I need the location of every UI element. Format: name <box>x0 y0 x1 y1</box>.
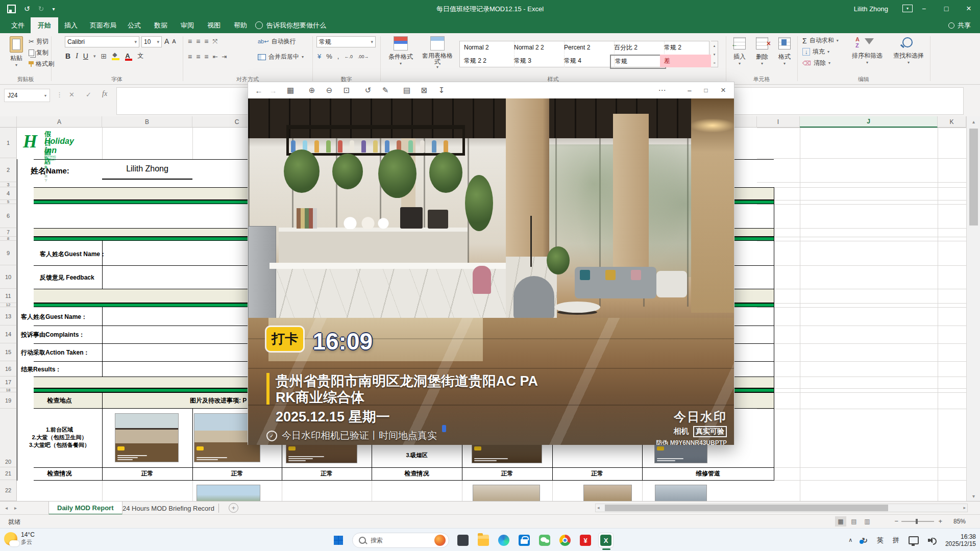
tab-file[interactable]: 文件 <box>4 17 32 33</box>
scroll-down-icon[interactable]: ▾ <box>967 492 980 500</box>
row-header-22[interactable]: 22 <box>0 480 17 501</box>
style-bad[interactable]: 差 <box>660 55 714 67</box>
col-header-K[interactable]: K <box>938 116 966 128</box>
name-box-splitter[interactable]: ⋮ <box>56 91 63 98</box>
taskbar-file-explorer[interactable] <box>476 533 491 548</box>
zoom-slider-thumb[interactable] <box>916 519 918 524</box>
taskbar-finance-app[interactable]: ¥ <box>578 533 593 548</box>
conditional-format-button[interactable]: 条件格式 ▾ <box>384 36 418 66</box>
gallery-more-icon[interactable]: ≡ <box>711 59 718 67</box>
row-header-15[interactable]: 15 <box>0 343 17 361</box>
format-as-table-button[interactable]: 套用表格格式 ▾ <box>420 36 455 69</box>
underline-button[interactable]: U <box>83 52 88 60</box>
style-normal-selected[interactable]: 常规 <box>610 55 666 69</box>
style-normal-22[interactable]: 常规 2 2 <box>460 55 514 67</box>
tray-lang-pinyin[interactable]: 拼 <box>893 536 899 545</box>
taskbar-wechat[interactable] <box>537 533 552 548</box>
check-status-cell-2[interactable]: 检查情况 <box>372 467 462 480</box>
photo-thumbnail-sliver-2[interactable] <box>472 445 542 463</box>
align-bottom-icon[interactable]: ≡ <box>204 37 208 45</box>
style-normal-4[interactable]: 常规 4 <box>560 55 615 67</box>
status-cell-normal-3[interactable]: 正常 <box>282 467 372 480</box>
vertical-scroll-thumb[interactable] <box>969 129 978 226</box>
tab-review[interactable]: 审阅 <box>174 17 201 33</box>
tab-page-layout[interactable]: 页面布局 <box>83 17 124 33</box>
viewer-minimize-icon[interactable]: − <box>683 82 696 98</box>
style-normal-2[interactable]: 常规 2 <box>660 41 714 54</box>
viewer-save-icon[interactable]: ↧ <box>435 82 448 98</box>
phonetic-button[interactable]: 文 <box>137 52 143 60</box>
decrease-indent-icon[interactable]: ⇤ <box>213 53 218 60</box>
zoom-slider-track[interactable] <box>901 521 934 522</box>
tab-home[interactable]: 开始 <box>31 17 58 33</box>
col-header-I[interactable]: I <box>757 116 800 128</box>
clear-button[interactable]: ⌫ 清除 ▾ <box>802 59 830 67</box>
row-header-1[interactable]: 1 <box>0 128 17 158</box>
align-middle-icon[interactable]: ≡ <box>196 37 200 45</box>
decrease-decimal-icon[interactable]: .00→ <box>358 54 369 59</box>
number-format-select[interactable]: 常规 ▾ <box>316 36 376 47</box>
view-normal-icon[interactable]: ▦ <box>835 516 846 527</box>
tray-network-icon[interactable] <box>909 536 919 544</box>
viewer-zoom-in-icon[interactable]: ⊕ <box>305 82 318 98</box>
format-painter-button[interactable]: 格式刷 <box>29 60 54 68</box>
row-header-2[interactable]: 2 <box>0 158 17 182</box>
copy-button[interactable]: 复制 <box>29 48 48 57</box>
increase-decimal-icon[interactable]: ←.0 <box>344 54 353 59</box>
sheet-tab-24h-briefing[interactable]: 24 Hours MOD Briefing Record <box>114 502 223 515</box>
font-grow-shrink[interactable]: A A <box>164 37 176 45</box>
row-header-17[interactable]: 17 <box>0 377 17 388</box>
insert-cells-button[interactable]: ← 插入 ▾ <box>729 37 750 66</box>
row-header-19[interactable]: 19 <box>0 392 17 409</box>
viewer-close-icon[interactable]: × <box>717 82 730 98</box>
grow-font-icon[interactable]: A <box>164 37 169 45</box>
row-header-10[interactable]: 10 <box>0 265 17 289</box>
viewer-zoom-out-icon[interactable]: ⊖ <box>323 82 336 98</box>
taskbar-edge[interactable] <box>496 533 511 548</box>
share-button[interactable]: 共享 <box>948 17 971 33</box>
row-header-9[interactable]: 9 <box>0 241 17 265</box>
tray-volume-icon[interactable] <box>928 537 936 544</box>
shrink-font-icon[interactable]: A <box>172 38 176 44</box>
style-percent2[interactable]: Percent 2 <box>560 41 615 54</box>
photo-thumbnail-sliver-3[interactable] <box>654 445 707 463</box>
select-all-corner[interactable] <box>0 116 17 128</box>
view-page-break-icon[interactable]: ▥ <box>862 516 873 527</box>
accounting-format-icon[interactable]: ¥ <box>317 53 321 60</box>
viewer-rotate-icon[interactable]: ↺ <box>361 82 375 98</box>
tray-lang-en[interactable]: 英 <box>877 536 884 545</box>
tab-help[interactable]: 帮助 <box>227 17 254 33</box>
autosum-button[interactable]: Σ 自动求和 ▾ <box>802 36 839 45</box>
scroll-up-icon[interactable]: ▴ <box>967 117 980 126</box>
col-header-J-selected[interactable]: J <box>800 116 938 128</box>
sheet-next-icon[interactable]: ▸ <box>14 505 17 511</box>
photo-thumbnail-row22-2[interactable] <box>473 485 540 501</box>
tell-me-box[interactable]: 告诉我你想要做什么 <box>255 17 326 33</box>
sheet-prev-icon[interactable]: ◂ <box>5 505 8 511</box>
insert-function-icon[interactable]: fx <box>102 90 107 98</box>
status-cell-maintenance[interactable]: 维修管道 <box>642 467 774 480</box>
maximize-button[interactable]: □ <box>935 0 958 17</box>
row-header-4[interactable]: 4 <box>0 187 17 200</box>
align-top-icon[interactable]: ≡ <box>188 37 192 45</box>
style-normal22[interactable]: Normal 2 2 <box>510 41 565 54</box>
status-cell-normal-2[interactable]: 正常 <box>192 467 282 480</box>
viewer-actual-size-icon[interactable]: ⊡ <box>340 82 353 98</box>
vertical-scrollbar[interactable]: ▴ ▾ <box>966 116 980 501</box>
align-center-icon[interactable]: ≡ <box>196 53 200 61</box>
viewer-forward-icon[interactable]: → <box>266 82 280 98</box>
status-cell-normal-1[interactable]: 正常 <box>102 467 192 480</box>
find-select-button[interactable]: 查找和选择 ▾ <box>888 36 929 65</box>
row-header-18[interactable]: 18 <box>0 388 17 392</box>
photo-thumbnail-row22-1[interactable] <box>197 485 260 501</box>
taskbar-store[interactable] <box>517 533 532 548</box>
photo-thumbnail-sliver-1[interactable] <box>286 445 357 463</box>
sort-filter-button[interactable]: A Z 排序和筛选 ▾ <box>847 36 887 65</box>
row-header-16[interactable]: 16 <box>0 361 17 377</box>
percent-style-icon[interactable]: % <box>326 53 332 60</box>
increase-indent-icon[interactable]: ⇥ <box>222 53 227 60</box>
comma-style-icon[interactable]: , <box>337 53 339 60</box>
tab-insert[interactable]: 插入 <box>57 17 85 33</box>
row-header-6[interactable]: 6 <box>0 204 17 228</box>
tray-sync-icon[interactable]: ↻ <box>862 536 868 544</box>
